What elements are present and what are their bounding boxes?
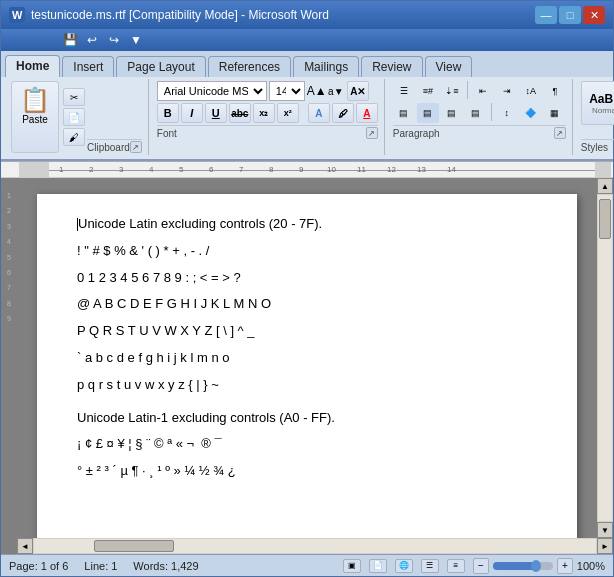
styles-group-label: Styles ↗ xyxy=(581,139,614,153)
copy-button[interactable]: 📄 xyxy=(63,108,85,126)
show-marks-button[interactable]: ¶ xyxy=(544,81,566,101)
font-name-select[interactable]: Arial Unicode MS xyxy=(157,81,267,101)
ruler-content: 1 2 3 4 5 6 7 8 9 10 11 12 13 14 xyxy=(19,162,611,177)
scroll-right-button[interactable]: ► xyxy=(597,538,613,554)
tab-references[interactable]: References xyxy=(208,56,291,77)
doc-and-scrollbar: Unicode Latin excluding controls (20 - 7… xyxy=(17,178,613,538)
zoom-fill xyxy=(493,562,535,570)
highlight-button[interactable]: 🖊 xyxy=(332,103,354,123)
font-size-select[interactable]: 14 xyxy=(269,81,305,101)
align-center-button[interactable]: ▤ xyxy=(417,103,439,123)
doc-line-4: @ A B C D E F G H I J K L M N O xyxy=(77,294,537,315)
multilevel-button[interactable]: ⇣≡ xyxy=(441,81,463,101)
increase-indent-button[interactable]: ⇥ xyxy=(496,81,518,101)
scroll-h-thumb[interactable] xyxy=(94,540,174,552)
quick-access-dropdown[interactable]: ▼ xyxy=(127,31,145,49)
document-content: Unicode Latin excluding controls (20 - 7… xyxy=(77,214,537,482)
maximize-button[interactable]: □ xyxy=(559,6,581,24)
font-shrink-button[interactable]: a▼ xyxy=(327,82,345,100)
zoom-out-button[interactable]: − xyxy=(473,558,489,574)
zoom-slider[interactable] xyxy=(493,562,553,570)
line-spacing-button[interactable]: ↕ xyxy=(496,103,518,123)
paste-button[interactable]: 📋 Paste xyxy=(11,81,59,153)
document-area: 123456789 Unicode Latin excluding contro… xyxy=(1,178,613,554)
underline-button[interactable]: U xyxy=(205,103,227,123)
doc-line-8: Unicode Latin-1 excluding controls (A0 -… xyxy=(77,408,537,429)
tab-view[interactable]: View xyxy=(425,56,473,77)
superscript-button[interactable]: x² xyxy=(277,103,299,123)
scroll-thumb[interactable] xyxy=(599,199,611,239)
title-bar-left: W testunicode.ms.rtf [Compatibility Mode… xyxy=(9,7,329,23)
scroll-left-button[interactable]: ◄ xyxy=(17,538,33,554)
clipboard-expander[interactable]: ↗ xyxy=(130,141,142,153)
tab-review[interactable]: Review xyxy=(361,56,422,77)
horizontal-scrollbar: ◄ ► xyxy=(17,538,613,554)
doc-line-3: 0 1 2 3 4 5 6 7 8 9 : ; < = > ? xyxy=(77,268,537,289)
view-print-button[interactable]: ▣ xyxy=(343,559,361,573)
align-right-button[interactable]: ▤ xyxy=(441,103,463,123)
bullets-button[interactable]: ☰ xyxy=(393,81,415,101)
font-group-label: Font ↗ xyxy=(157,125,378,139)
window-title: testunicode.ms.rtf [Compatibility Mode] … xyxy=(31,8,329,22)
sort-button[interactable]: ↕A xyxy=(520,81,542,101)
tab-mailings[interactable]: Mailings xyxy=(293,56,359,77)
tab-bar: Home Insert Page Layout References Maili… xyxy=(1,51,613,77)
subscript-button[interactable]: x₂ xyxy=(253,103,275,123)
text-effect-button[interactable]: A xyxy=(308,103,330,123)
tab-home[interactable]: Home xyxy=(5,55,60,77)
clipboard-group: 📋 Paste ✂ 📄 🖌 Clipboard ↗ xyxy=(5,79,149,155)
align-left-button[interactable]: ▤ xyxy=(393,103,415,123)
scroll-h-track[interactable] xyxy=(34,539,596,553)
title-bar: W testunicode.ms.rtf [Compatibility Mode… xyxy=(1,1,613,29)
doc-line-9: ¡ ¢ £ ¤ ¥ ¦ § ¨ © ª « ¬ ­ ® ¯ xyxy=(77,434,537,455)
bold-button[interactable]: B xyxy=(157,103,179,123)
format-painter-button[interactable]: 🖌 xyxy=(63,128,85,146)
scroll-up-button[interactable]: ▲ xyxy=(597,178,613,194)
minimize-button[interactable]: — xyxy=(535,6,557,24)
italic-button[interactable]: I xyxy=(181,103,203,123)
undo-button[interactable]: ↩ xyxy=(83,31,101,49)
font-group: Arial Unicode MS 14 A▲ a▼ A✕ B I U abc x… xyxy=(151,79,385,155)
style-normal[interactable]: AaBb Normal xyxy=(581,81,614,125)
paragraph-group: ☰ ≡# ⇣≡ ⇤ ⇥ ↕A ¶ ▤ ▤ ▤ ▤ ↕ 🔷 xyxy=(387,79,573,155)
doc-scroll-container: Unicode Latin excluding controls (20 - 7… xyxy=(17,178,613,554)
font-color-button[interactable]: A xyxy=(356,103,378,123)
words-status: Words: 1,429 xyxy=(133,560,198,572)
clipboard-label: Clipboard ↗ xyxy=(87,139,142,153)
clear-format-button[interactable]: A✕ xyxy=(347,81,369,101)
view-draft-button[interactable]: ≡ xyxy=(447,559,465,573)
numbering-button[interactable]: ≡# xyxy=(417,81,439,101)
document-page[interactable]: Unicode Latin excluding controls (20 - 7… xyxy=(37,194,577,538)
view-outline-button[interactable]: ☰ xyxy=(421,559,439,573)
styles-gallery: AaBb Normal AaBb No Spac... AaBb Heading… xyxy=(581,81,614,139)
font-expander[interactable]: ↗ xyxy=(366,127,378,139)
window-controls: — □ ✕ xyxy=(535,6,605,24)
redo-button[interactable]: ↪ xyxy=(105,31,123,49)
strikethrough-button[interactable]: abc xyxy=(229,103,251,123)
status-right: ▣ 📄 🌐 ☰ ≡ − + 100% xyxy=(343,558,605,574)
shading-button[interactable]: 🔷 xyxy=(520,103,542,123)
cut-button[interactable]: ✂ xyxy=(63,88,85,106)
page-status: Page: 1 of 6 xyxy=(9,560,68,572)
close-button[interactable]: ✕ xyxy=(583,6,605,24)
view-fullread-button[interactable]: 📄 xyxy=(369,559,387,573)
border-button[interactable]: ▦ xyxy=(544,103,566,123)
paragraph-expander[interactable]: ↗ xyxy=(554,127,566,139)
decrease-indent-button[interactable]: ⇤ xyxy=(472,81,494,101)
tab-page-layout[interactable]: Page Layout xyxy=(116,56,205,77)
font-row2: B I U abc x₂ x² A 🖊 A xyxy=(157,103,378,123)
quick-access-toolbar: 💾 ↩ ↪ ▼ xyxy=(1,29,613,51)
scroll-track[interactable] xyxy=(598,195,612,521)
font-grow-button[interactable]: A▲ xyxy=(307,82,325,100)
doc-line-1: Unicode Latin excluding controls (20 - 7… xyxy=(77,214,537,235)
save-button[interactable]: 💾 xyxy=(61,31,79,49)
tab-insert[interactable]: Insert xyxy=(62,56,114,77)
para-sep1 xyxy=(467,81,468,99)
ruler: 1 2 3 4 5 6 7 8 9 10 11 12 13 14 xyxy=(1,162,613,178)
line-status: Line: 1 xyxy=(84,560,117,572)
zoom-handle[interactable] xyxy=(531,560,541,572)
scroll-down-button[interactable]: ▼ xyxy=(597,522,613,538)
view-web-button[interactable]: 🌐 xyxy=(395,559,413,573)
justify-button[interactable]: ▤ xyxy=(465,103,487,123)
zoom-in-button[interactable]: + xyxy=(557,558,573,574)
